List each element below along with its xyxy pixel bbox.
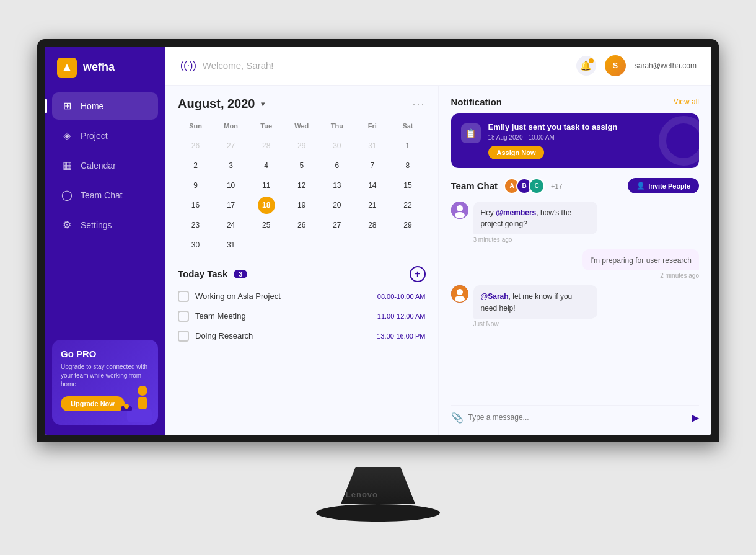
cal-day[interactable]: 4 — [258, 157, 275, 174]
svg-rect-3 — [127, 409, 152, 422]
cal-day[interactable]: 8 — [399, 157, 416, 174]
task-item-1: Working on Asla Project 08.00-10.00 AM — [178, 291, 426, 302]
sidebar-item-home[interactable]: ⊞ Home — [52, 92, 158, 120]
calendar-options[interactable]: ··· — [412, 97, 425, 110]
home-icon: ⊞ — [61, 100, 73, 112]
cal-day[interactable]: 30 — [328, 137, 346, 154]
msg-bubble-1: Hey @members, how's the project going? — [473, 202, 597, 235]
sidebar-item-team-chat[interactable]: ◯ Team Chat — [52, 182, 158, 209]
cal-day[interactable]: 26 — [187, 137, 204, 154]
task-time-1: 08.00-10.00 AM — [377, 293, 426, 300]
wifi-icon: ((·)) — [180, 60, 196, 71]
cal-day[interactable]: 2 — [187, 157, 204, 174]
cal-day[interactable]: 3 — [222, 157, 240, 174]
cal-day[interactable]: 9 — [187, 177, 204, 194]
cal-day[interactable]: 28 — [364, 216, 381, 234]
msg-2-content: I'm preparing for user research 2 minute… — [582, 249, 699, 279]
msg-mention-3: @Sarah — [481, 292, 509, 301]
cal-day[interactable]: 22 — [399, 197, 416, 214]
calendar-week-1: 26 27 28 29 30 31 1 — [178, 136, 426, 156]
notification-content: Emily just sent you task to assign 18 Au… — [488, 122, 618, 159]
task-checkbox-3[interactable] — [178, 331, 189, 342]
cal-day[interactable]: 27 — [328, 216, 346, 234]
calendar-dropdown-icon[interactable]: ▾ — [261, 99, 265, 109]
notification-card: 📋 Emily just sent you task to assign 18 … — [451, 113, 700, 168]
add-task-button[interactable]: + — [410, 266, 426, 282]
user-email: sarah@wefha.com — [635, 61, 697, 70]
notification-icon: 📋 — [461, 123, 481, 143]
bell-button[interactable]: 🔔 — [576, 56, 596, 76]
sidebar-item-settings-label: Settings — [81, 220, 112, 230]
cal-day[interactable]: 12 — [293, 177, 310, 194]
msg-avatar-1 — [451, 202, 468, 219]
sidebar-item-project[interactable]: ◈ Project — [52, 122, 158, 149]
calendar-grid: Sun Mon Tue Wed Thu Fri Sat 26 — [178, 120, 426, 255]
task-checkbox-2[interactable] — [178, 311, 189, 322]
cal-day[interactable]: 29 — [399, 216, 416, 234]
assign-button[interactable]: Assign Now — [488, 146, 545, 159]
cal-day[interactable]: 19 — [293, 197, 310, 214]
cal-day[interactable]: 31 — [222, 236, 240, 254]
send-button[interactable]: ▶ — [692, 412, 699, 424]
topbar: ((·)) Welcome, Sarah! 🔔 S sarah@wefha.co… — [165, 47, 711, 86]
cal-day — [399, 236, 416, 254]
cal-day[interactable]: 20 — [328, 197, 346, 214]
avatar: S — [605, 55, 626, 76]
msg-text-2: I'm preparing for user research — [590, 256, 692, 265]
msg-time-2: 2 minutes ago — [582, 272, 699, 279]
cal-day[interactable]: 28 — [258, 137, 275, 154]
welcome-area: ((·)) Welcome, Sarah! — [180, 60, 274, 71]
sidebar-item-project-label: Project — [81, 131, 108, 141]
chat-input[interactable] — [468, 413, 687, 422]
cal-day[interactable]: 27 — [222, 137, 240, 154]
task-checkbox-1[interactable] — [178, 291, 189, 302]
welcome-text: Welcome, Sarah! — [203, 60, 274, 71]
cal-day[interactable]: 10 — [222, 177, 240, 194]
tasks-section: Today Task 3 + Working on Asla Project 0… — [178, 266, 426, 342]
day-thu: Thu — [319, 120, 354, 132]
cal-day[interactable]: 23 — [187, 216, 204, 234]
cal-day[interactable]: 7 — [364, 157, 381, 174]
cal-day[interactable]: 26 — [293, 216, 310, 234]
navigation: ⊞ Home ◈ Project ▦ Calendar ◯ Team Chat — [45, 92, 165, 239]
cal-day[interactable]: 31 — [364, 137, 381, 154]
day-tue: Tue — [248, 120, 284, 132]
cal-day[interactable]: 24 — [222, 216, 240, 234]
chat-message-1: Hey @members, how's the project going? 3… — [451, 202, 700, 244]
view-all-link[interactable]: View all — [674, 97, 699, 106]
cal-day[interactable]: 15 — [399, 177, 416, 194]
cal-day[interactable]: 1 — [399, 137, 416, 154]
tasks-header: Today Task 3 + — [178, 266, 426, 282]
attachment-icon[interactable]: 📎 — [451, 412, 464, 424]
cal-day[interactable]: 30 — [187, 236, 204, 254]
msg-1-content: Hey @members, how's the project going? 3… — [473, 202, 597, 244]
pro-title: Go PRO — [61, 349, 149, 359]
cal-day[interactable]: 5 — [293, 157, 310, 174]
cal-day-today[interactable]: 18 — [258, 197, 275, 214]
sidebar-item-teamchat-label: Team Chat — [81, 190, 123, 200]
msg-avatar-3 — [451, 285, 468, 303]
cal-day[interactable]: 13 — [328, 177, 346, 194]
notification-message: Emily just sent you task to assign — [488, 122, 618, 131]
cal-day[interactable]: 25 — [258, 216, 275, 234]
tasks-count: 3 — [234, 270, 247, 278]
task-item-2: Team Meeting 11.00-12.00 AM — [178, 311, 426, 322]
cal-day[interactable]: 29 — [293, 137, 310, 154]
svg-point-10 — [457, 289, 463, 295]
sidebar-item-settings[interactable]: ⚙ Settings — [52, 211, 158, 239]
cal-day[interactable]: 16 — [187, 197, 204, 214]
cal-day[interactable]: 14 — [364, 177, 381, 194]
invite-people-button[interactable]: 👤 Invite People — [628, 178, 699, 193]
cal-day[interactable]: 21 — [364, 197, 381, 214]
cal-day[interactable]: 17 — [222, 197, 240, 214]
chat-title: Team Chat — [451, 180, 498, 191]
chat-avatars: A B C — [508, 178, 545, 194]
svg-marker-0 — [63, 64, 71, 71]
day-wed: Wed — [284, 120, 319, 132]
cal-day[interactable]: 11 — [258, 177, 275, 194]
cal-day[interactable]: 6 — [328, 157, 346, 174]
day-sat: Sat — [390, 120, 425, 132]
sidebar-item-home-label: Home — [81, 101, 103, 111]
right-panel: Notification View all 📋 Emily just sent … — [439, 86, 712, 435]
sidebar-item-calendar[interactable]: ▦ Calendar — [52, 152, 158, 179]
